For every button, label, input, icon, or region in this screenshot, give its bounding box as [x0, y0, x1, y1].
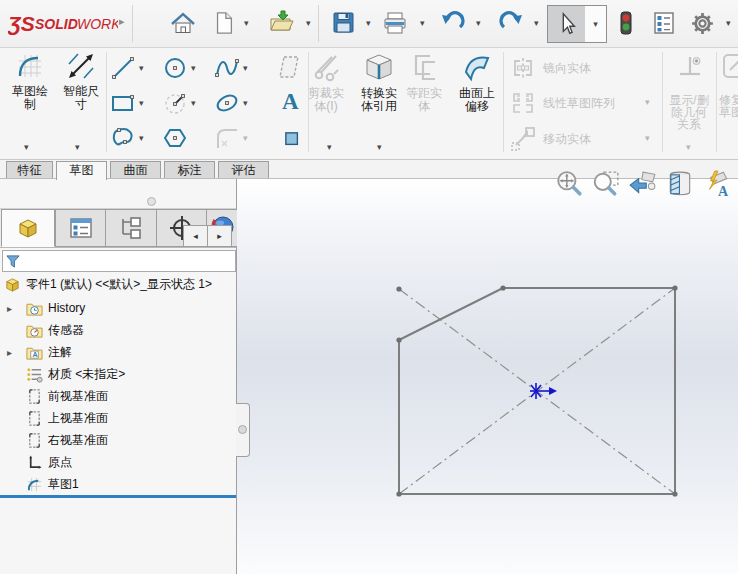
ellipse-dropdown-arrow[interactable]: ▾ — [243, 99, 248, 108]
freeform-spline-tool[interactable]: ▾ — [110, 125, 144, 151]
zoom-to-area-button[interactable] — [592, 170, 620, 198]
rectangle-tool[interactable]: ▾ — [110, 90, 144, 116]
section-view-button[interactable] — [666, 170, 694, 198]
settings-dropdown-arrow[interactable]: ▾ — [726, 19, 731, 28]
point-tool[interactable] — [282, 129, 302, 149]
open-button[interactable] — [266, 7, 296, 39]
save-button[interactable] — [328, 7, 358, 39]
spline-tool[interactable]: ▾ — [214, 55, 248, 81]
freeform-dropdown-arrow[interactable]: ▾ — [139, 134, 144, 143]
spline-dropdown-arrow[interactable]: ▾ — [243, 64, 248, 73]
new-document-button[interactable] — [210, 7, 238, 39]
intersection-curve-tool[interactable] — [276, 54, 302, 80]
print-button[interactable] — [380, 7, 410, 39]
undo-dropdown-arrow[interactable]: ▾ — [476, 19, 481, 28]
settings-button[interactable] — [687, 7, 717, 39]
convert-entities-label: 转换实体引用 — [357, 87, 401, 113]
sketch-draw-button[interactable]: 草图绘制 — [3, 51, 57, 111]
smart-dimension-dropdown-arrow[interactable]: ▾ — [75, 143, 80, 152]
tab-feature-manager[interactable] — [1, 209, 55, 247]
tab-configuration-manager[interactable] — [105, 209, 157, 247]
expand-arrow-icon[interactable]: ▸ — [7, 347, 12, 358]
tree-item-material[interactable]: 材质 <未指定> — [0, 363, 260, 385]
tree-item-origin[interactable]: 原点 — [0, 451, 260, 473]
panel-tabs-scroll-left[interactable]: ◂ — [183, 225, 208, 247]
new-dropdown-arrow[interactable]: ▾ — [244, 19, 249, 28]
tree-item-annotations[interactable]: ▸ A 注解 — [0, 341, 260, 363]
undo-button[interactable] — [438, 7, 468, 39]
convert-dropdown-arrow[interactable]: ▾ — [377, 143, 382, 152]
save-dropdown-arrow[interactable]: ▾ — [366, 19, 371, 28]
panel-collapse-handle[interactable] — [236, 403, 250, 457]
fillet-dropdown-arrow: ▾ — [243, 134, 248, 143]
arc-tool[interactable]: ▾ — [162, 90, 196, 116]
tree-item-sketch1[interactable]: 草图1 — [0, 473, 260, 495]
tab-features[interactable]: 特征 — [6, 161, 53, 178]
menu-flyout-arrow[interactable]: ▸ — [119, 15, 125, 28]
tab-sketch[interactable]: 草图 — [56, 161, 107, 180]
tab-annotation[interactable]: 标注 — [164, 161, 215, 178]
ellipse-tool[interactable]: ▾ — [214, 90, 248, 116]
tree-item-history[interactable]: ▸ History — [0, 297, 260, 319]
panel-tabs-scroll-right[interactable]: ▸ — [207, 225, 232, 247]
zoom-area-icon — [592, 170, 620, 198]
trim-entities-label: 剪裁实体(I) — [304, 87, 348, 113]
tree-item-top-plane[interactable]: 上视基准面 — [0, 407, 260, 429]
surface-offset-icon — [462, 52, 492, 82]
open-folder-icon — [267, 10, 295, 36]
linear-pattern-label: 线性草图阵列 — [543, 95, 615, 112]
rollback-bar[interactable] — [0, 495, 236, 498]
rebuild-button[interactable] — [612, 7, 640, 39]
smart-dimension-button[interactable]: 智能尺寸 — [54, 51, 108, 111]
line-tool[interactable]: ▾ — [110, 55, 144, 81]
rectangle-dropdown-arrow[interactable]: ▾ — [139, 99, 144, 108]
circle-dropdown-arrow[interactable]: ▾ — [191, 64, 196, 73]
arc-dropdown-arrow[interactable]: ▾ — [191, 99, 196, 108]
print-dropdown-arrow[interactable]: ▾ — [420, 19, 425, 28]
redo-dropdown-arrow[interactable]: ▾ — [534, 19, 539, 28]
origin-icon — [26, 454, 43, 471]
gear-icon — [689, 10, 716, 37]
trim-dropdown-arrow[interactable]: ▾ — [327, 143, 332, 152]
svg-text:WORKS: WORKS — [77, 16, 118, 32]
open-dropdown-arrow[interactable]: ▾ — [306, 19, 311, 28]
polygon-tool[interactable] — [162, 125, 188, 151]
dashed-plane-icon — [276, 54, 302, 80]
tree-root-item[interactable]: 零件1 (默认) <<默认>_显示状态 1> — [0, 273, 238, 295]
previous-view-button[interactable] — [629, 170, 657, 198]
redo-icon — [498, 10, 524, 36]
tab-evaluate[interactable]: 评估 — [218, 161, 269, 178]
trim-entities-icon — [311, 52, 341, 82]
tree-item-front-plane[interactable]: 前视基准面 — [0, 385, 260, 407]
part-file-icon — [4, 276, 21, 293]
mirror-entities-button: 镜向实体 — [510, 56, 591, 80]
move-entities-icon — [510, 126, 536, 152]
select-dropdown-arrow[interactable]: ▾ — [585, 5, 607, 43]
zoom-to-fit-button[interactable] — [555, 170, 583, 198]
view-settings-button[interactable]: A — [703, 170, 731, 198]
surface-offset-button[interactable]: 曲面上偏移 — [452, 52, 502, 113]
sketch-canvas[interactable] — [242, 179, 738, 574]
fillet-icon — [214, 125, 240, 151]
heads-up-view-toolbar: A — [555, 170, 731, 198]
sketch-draw-dropdown-arrow[interactable]: ▾ — [24, 143, 29, 152]
tab-surfaces[interactable]: 曲面 — [110, 161, 161, 178]
tab-property-manager[interactable] — [55, 209, 106, 247]
circle-tool[interactable]: ▾ — [162, 55, 196, 81]
panel-resize-handle[interactable] — [147, 197, 156, 206]
svg-text:A: A — [32, 351, 37, 359]
line-dropdown-arrow[interactable]: ▾ — [139, 64, 144, 73]
convert-entities-button[interactable]: 转换实体引用 — [354, 52, 404, 113]
redo-button[interactable] — [496, 7, 526, 39]
home-button[interactable] — [168, 7, 198, 39]
sketch-fillet-tool[interactable]: ▾ — [214, 125, 248, 151]
linear-pattern-button: 线性草图阵列 — [510, 90, 615, 116]
expand-arrow-icon[interactable]: ▸ — [7, 303, 12, 314]
tree-item-right-plane[interactable]: 右视基准面 — [0, 429, 260, 451]
select-tool-button[interactable] — [547, 5, 586, 43]
tree-item-sensors[interactable]: 传感器 — [0, 319, 260, 341]
surface-offset-label: 曲面上偏移 — [455, 87, 499, 113]
tree-filter-input[interactable] — [2, 250, 236, 272]
options-list-button[interactable] — [649, 7, 679, 39]
traffic-light-icon — [613, 10, 639, 36]
